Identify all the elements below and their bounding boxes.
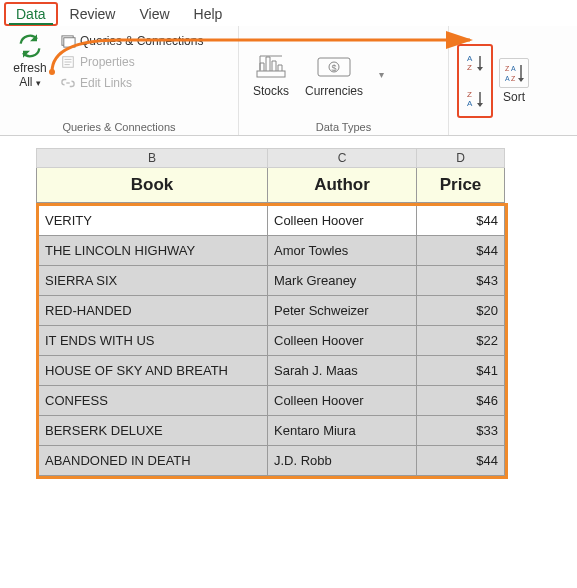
sort-label: Sort bbox=[503, 90, 525, 104]
group-data-types: Stocks $ Currencies ▾ Data Types bbox=[238, 26, 448, 135]
cell-author[interactable]: Amor Towles bbox=[268, 236, 417, 266]
header-author[interactable]: Author bbox=[268, 168, 417, 203]
cell-price[interactable]: $44 bbox=[417, 446, 505, 476]
tab-help[interactable]: Help bbox=[182, 2, 235, 26]
dropdown-caret-icon: ▾ bbox=[36, 78, 41, 88]
group-label-sort bbox=[457, 131, 569, 133]
svg-text:A: A bbox=[467, 99, 473, 108]
properties-button: Properties bbox=[58, 53, 205, 71]
sort-dialog-button[interactable]: Z A A Z Sort bbox=[499, 58, 529, 104]
table-row: BERSERK DELUXE Kentaro Miura $33 bbox=[39, 416, 505, 446]
group-sort: A Z Z A bbox=[448, 26, 577, 135]
col-header-c[interactable]: C bbox=[268, 148, 417, 168]
sort-asc-icon: A Z bbox=[464, 52, 486, 74]
svg-text:A: A bbox=[511, 65, 516, 72]
cell-book[interactable]: CONFESS bbox=[39, 386, 268, 416]
table-header-row: Book Author Price bbox=[36, 168, 577, 203]
svg-text:Z: Z bbox=[467, 90, 472, 99]
table-row: VERITY Colleen Hoover $44 bbox=[39, 206, 505, 236]
sort-small-buttons: A Z Z A bbox=[457, 44, 493, 118]
edit-links-icon bbox=[60, 75, 76, 91]
selected-range: VERITY Colleen Hoover $44 THE LINCOLN HI… bbox=[36, 203, 508, 479]
svg-text:A: A bbox=[467, 54, 473, 63]
spreadsheet: B C D Book Author Price VERITY Colleen H… bbox=[0, 136, 577, 479]
table-row: IT ENDS WITH US Colleen Hoover $22 bbox=[39, 326, 505, 356]
cell-book[interactable]: ABANDONED IN DEATH bbox=[39, 446, 268, 476]
sort-dialog-icon: Z A A Z bbox=[502, 61, 526, 85]
ribbon-tabs: Data Review View Help bbox=[0, 0, 577, 26]
col-header-d[interactable]: D bbox=[417, 148, 505, 168]
currencies-label: Currencies bbox=[305, 84, 363, 98]
svg-rect-1 bbox=[63, 37, 74, 46]
cell-author[interactable]: Kentaro Miura bbox=[268, 416, 417, 446]
stocks-label: Stocks bbox=[253, 84, 289, 98]
table-row: RED-HANDED Peter Schweizer $20 bbox=[39, 296, 505, 326]
cell-book[interactable]: THE LINCOLN HIGHWAY bbox=[39, 236, 268, 266]
currencies-button[interactable]: $ Currencies bbox=[305, 51, 363, 98]
cell-author[interactable]: Colleen Hoover bbox=[268, 386, 417, 416]
svg-text:Z: Z bbox=[467, 63, 472, 72]
cell-price[interactable]: $43 bbox=[417, 266, 505, 296]
group-label-queries: Queries & Connections bbox=[8, 119, 230, 133]
col-header-b[interactable]: B bbox=[36, 148, 268, 168]
column-headers: B C D bbox=[36, 148, 577, 168]
refresh-label-2: All bbox=[19, 75, 32, 89]
tab-review[interactable]: Review bbox=[58, 2, 128, 26]
cell-author[interactable]: J.D. Robb bbox=[268, 446, 417, 476]
queries-connections-button[interactable]: Queries & Connections bbox=[58, 32, 205, 50]
header-book[interactable]: Book bbox=[36, 168, 268, 203]
svg-text:Z: Z bbox=[505, 65, 510, 72]
table-row: ABANDONED IN DEATH J.D. Robb $44 bbox=[39, 446, 505, 476]
currencies-icon: $ bbox=[315, 51, 353, 81]
edit-links-button: Edit Links bbox=[58, 74, 205, 92]
cell-book[interactable]: IT ENDS WITH US bbox=[39, 326, 268, 356]
data-types-more-icon[interactable]: ▾ bbox=[379, 69, 384, 80]
sort-desc-icon: Z A bbox=[464, 88, 486, 110]
group-queries-connections: efresh All ▾ Queries & Connections Prope… bbox=[0, 26, 238, 135]
queries-icon bbox=[60, 33, 76, 49]
cell-author[interactable]: Colleen Hoover bbox=[268, 206, 417, 236]
cell-price[interactable]: $44 bbox=[417, 206, 505, 236]
cell-price[interactable]: $22 bbox=[417, 326, 505, 356]
refresh-label-1: efresh bbox=[13, 61, 46, 75]
cell-book[interactable]: VERITY bbox=[39, 206, 268, 236]
stocks-icon bbox=[254, 51, 288, 81]
cell-price[interactable]: $44 bbox=[417, 236, 505, 266]
cell-author[interactable]: Mark Greaney bbox=[268, 266, 417, 296]
header-price[interactable]: Price bbox=[417, 168, 505, 203]
svg-text:A: A bbox=[505, 75, 510, 82]
cell-book[interactable]: RED-HANDED bbox=[39, 296, 268, 326]
cell-price[interactable]: $20 bbox=[417, 296, 505, 326]
cell-price[interactable]: $41 bbox=[417, 356, 505, 386]
table-row: SIERRA SIX Mark Greaney $43 bbox=[39, 266, 505, 296]
group-label-datatypes: Data Types bbox=[247, 119, 440, 133]
cell-book[interactable]: SIERRA SIX bbox=[39, 266, 268, 296]
svg-text:$: $ bbox=[332, 63, 337, 73]
table-row: THE LINCOLN HIGHWAY Amor Towles $44 bbox=[39, 236, 505, 266]
properties-icon bbox=[60, 54, 76, 70]
cell-author[interactable]: Colleen Hoover bbox=[268, 326, 417, 356]
table-row: HOUSE OF SKY AND BREATH Sarah J. Maas $4… bbox=[39, 356, 505, 386]
stocks-button[interactable]: Stocks bbox=[253, 51, 289, 98]
cell-author[interactable]: Sarah J. Maas bbox=[268, 356, 417, 386]
table-row: CONFESS Colleen Hoover $46 bbox=[39, 386, 505, 416]
queries-connections-label: Queries & Connections bbox=[80, 34, 203, 48]
cell-price[interactable]: $46 bbox=[417, 386, 505, 416]
tab-view[interactable]: View bbox=[127, 2, 181, 26]
properties-label: Properties bbox=[80, 55, 135, 69]
svg-text:Z: Z bbox=[511, 75, 516, 82]
cell-book[interactable]: BERSERK DELUXE bbox=[39, 416, 268, 446]
cell-author[interactable]: Peter Schweizer bbox=[268, 296, 417, 326]
edit-links-label: Edit Links bbox=[80, 76, 132, 90]
ribbon-body: efresh All ▾ Queries & Connections Prope… bbox=[0, 26, 577, 136]
sort-ascending-button[interactable]: A Z bbox=[462, 49, 488, 77]
cell-book[interactable]: HOUSE OF SKY AND BREATH bbox=[39, 356, 268, 386]
sort-descending-button[interactable]: Z A bbox=[462, 85, 488, 113]
svg-rect-7 bbox=[257, 71, 285, 77]
cell-price[interactable]: $33 bbox=[417, 416, 505, 446]
tab-data[interactable]: Data bbox=[4, 2, 58, 26]
refresh-icon bbox=[16, 32, 44, 60]
refresh-all-button[interactable]: efresh All ▾ bbox=[8, 30, 52, 90]
